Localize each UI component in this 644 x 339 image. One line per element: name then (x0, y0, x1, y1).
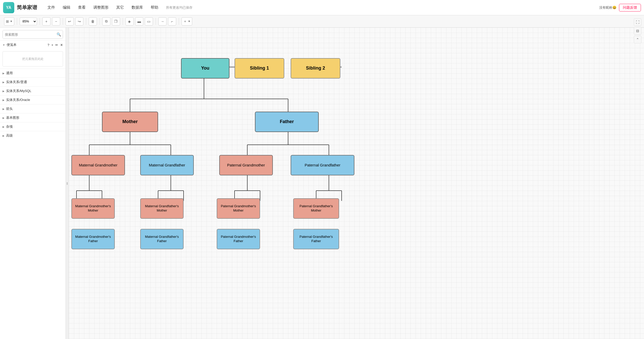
menu-db[interactable]: 数据库 (129, 4, 146, 11)
section-label: 箭头 (6, 107, 13, 111)
copy-button[interactable]: ⧉ (102, 17, 110, 25)
node-mother[interactable]: Mother (102, 112, 158, 132)
menu-edit[interactable]: 编辑 (60, 4, 73, 11)
section-advanced-header[interactable]: ▶ 高级 (0, 131, 66, 140)
scratch-pad-close-icon[interactable]: ✕ (60, 43, 63, 47)
redo-button[interactable]: ↪ (75, 17, 83, 25)
section-label: 实体关系/Oracle (6, 98, 30, 102)
chevron-icon: ▼ (3, 44, 5, 46)
menu-file[interactable]: 文件 (45, 4, 58, 11)
user-badge: 没有昵称😀 (599, 5, 616, 10)
section-er-mysql-header[interactable]: ▶ 实体关系/MySQL (0, 87, 66, 95)
line-color-button[interactable]: ▬ (135, 17, 143, 25)
menu-adjust[interactable]: 调整图形 (91, 4, 111, 11)
node-paternal-grandfather[interactable]: Paternal Grandfather (291, 155, 354, 175)
node-mgm-father[interactable]: Maternal Grandmother's Father (71, 229, 115, 249)
waypoint-button[interactable]: ⌐ (168, 17, 176, 25)
section-label: 通用 (6, 71, 13, 75)
node-maternal-grandfather[interactable]: Maternal Grandfather (140, 155, 194, 175)
app-logo: YA (3, 2, 14, 13)
section-arrows: ▶ 箭头 (0, 104, 66, 113)
undo-button[interactable]: ↩ (66, 17, 74, 25)
zoom-in-button[interactable]: + (42, 17, 50, 25)
canvas-right-icons: ⛶ ⊟ ⌃ (634, 18, 641, 43)
scratch-pad-label: 便笺本 (7, 43, 17, 47)
node-pgm-father[interactable]: Paternal Grandmother's Father (217, 229, 260, 249)
sidebar-resize-handle[interactable]: ‖ (66, 28, 69, 339)
connect-style-button[interactable]: → (158, 17, 166, 25)
section-label: 高级 (6, 133, 13, 138)
section-er-normal-header[interactable]: ▶ 实体关系/普通 (0, 78, 66, 86)
section-arrows-header[interactable]: ▶ 箭头 (0, 105, 66, 113)
panel-toggle-button[interactable]: ⊞ ▼ (4, 17, 14, 25)
toolbar: ⊞ ▼ 50%75%85% 100%125%150%200% + − ↩ ↪ 🗑… (0, 15, 644, 28)
shadow-button[interactable]: ▭ (145, 17, 153, 25)
panel-right-icon[interactable]: ⊟ (634, 27, 641, 35)
section-misc: ▶ 杂项 (0, 122, 66, 131)
chevron-icon: ▶ (3, 108, 5, 110)
delete-button[interactable]: 🗑 (89, 17, 97, 25)
feedback-button[interactable]: 问题反馈 (619, 4, 641, 11)
scratch-pad-dropzone: 把元素拖至此处 (3, 51, 63, 67)
node-pgm-mother[interactable]: Paternal Grandmother's Mother (217, 198, 260, 219)
save-status: 所有更改均已保存 (166, 5, 192, 10)
search-input[interactable] (3, 30, 55, 38)
toolbar-separator-2 (40, 18, 40, 25)
chevron-icon: ▶ (3, 99, 5, 101)
menu-other[interactable]: 其它 (114, 4, 126, 11)
chevron-icon: ▶ (3, 72, 5, 75)
chevron-icon: ▶ (3, 90, 5, 93)
chevron-icon: ▶ (3, 81, 5, 84)
search-icon[interactable]: 🔍 (55, 30, 63, 38)
scratch-pad-section: ▼ 便笺本 ? + ✏ ✕ 把元素拖至此处 (0, 40, 66, 69)
section-general-header[interactable]: ▶ 通用 (0, 69, 66, 77)
node-paternal-grandmother[interactable]: Paternal Grandmother (219, 155, 273, 175)
node-pgf-father[interactable]: Paternal Grandfather's Father (293, 229, 339, 249)
main-layout: 🔍 ▼ 便笺本 ? + ✏ ✕ 把元素拖至此处 ▶ 通用 (0, 28, 644, 339)
node-pgf-mother[interactable]: Paternal Grandfather's Mother (293, 198, 339, 219)
node-mgf-mother[interactable]: Maternal Grandfather's Mother (140, 198, 184, 219)
toolbar-separator-7 (156, 18, 156, 25)
section-label: 实体关系/普通 (6, 80, 27, 84)
node-mgf-father[interactable]: Maternal Grandfather's Father (140, 229, 184, 249)
sidebar: 🔍 ▼ 便笺本 ? + ✏ ✕ 把元素拖至此处 ▶ 通用 (0, 28, 66, 339)
chevron-icon: ▶ (3, 134, 5, 137)
zoom-out-button[interactable]: − (52, 17, 60, 25)
node-sibling2[interactable]: Sibling 2 (291, 58, 340, 79)
node-you[interactable]: You (181, 58, 229, 79)
toolbar-separator (17, 18, 17, 25)
topbar: YA 简单家谱 文件 编辑 查看 调整图形 其它 数据库 帮助 所有更改均已保存… (0, 0, 644, 15)
menu-help[interactable]: 帮助 (148, 4, 161, 11)
section-label: 杂项 (6, 124, 13, 129)
section-general: ▶ 通用 (0, 69, 66, 77)
add-button[interactable]: ＋ ▼ (182, 17, 192, 25)
node-father[interactable]: Father (255, 112, 319, 132)
section-basic-shapes-header[interactable]: ▶ 基本图形 (0, 113, 66, 122)
zoom-selector[interactable]: 50%75%85% 100%125%150%200% (20, 18, 37, 25)
duplicate-button[interactable]: ❐ (112, 17, 120, 25)
fullscreen-icon[interactable]: ⛶ (634, 18, 641, 26)
menu-view[interactable]: 查看 (75, 4, 88, 11)
fill-button[interactable]: ◈ (125, 17, 134, 25)
app-title: 简单家谱 (17, 4, 37, 11)
toolbar-separator-3 (63, 18, 63, 25)
section-er-oracle-header[interactable]: ▶ 实体关系/Oracle (0, 96, 66, 104)
scratch-pad-header[interactable]: ▼ 便笺本 ? + ✏ ✕ (0, 41, 66, 49)
section-label: 实体关系/MySQL (6, 89, 31, 93)
scratch-pad-add-icon[interactable]: + (51, 43, 53, 47)
node-maternal-grandmother[interactable]: Maternal Grandmother (71, 155, 125, 175)
collapse-icon[interactable]: ⌃ (634, 36, 641, 43)
section-misc-header[interactable]: ▶ 杂项 (0, 122, 66, 131)
canvas-area[interactable]: You Sibling 1 Sibling 2 Mother Father Ma… (69, 28, 644, 339)
toolbar-separator-5 (99, 18, 100, 25)
section-advanced: ▶ 高级 (0, 131, 66, 140)
toolbar-separator-4 (86, 18, 86, 25)
scratch-pad-edit-icon[interactable]: ✏ (55, 43, 58, 47)
node-mgm-mother[interactable]: Maternal Grandmother's Mother (71, 198, 115, 219)
node-sibling1[interactable]: Sibling 1 (235, 58, 284, 79)
canvas-inner: You Sibling 1 Sibling 2 Mother Father Ma… (69, 28, 604, 333)
section-er-mysql: ▶ 实体关系/MySQL (0, 86, 66, 95)
scratch-pad-help-icon[interactable]: ? (47, 43, 49, 47)
search-bar: 🔍 (3, 30, 63, 39)
chevron-icon: ▶ (3, 116, 5, 119)
